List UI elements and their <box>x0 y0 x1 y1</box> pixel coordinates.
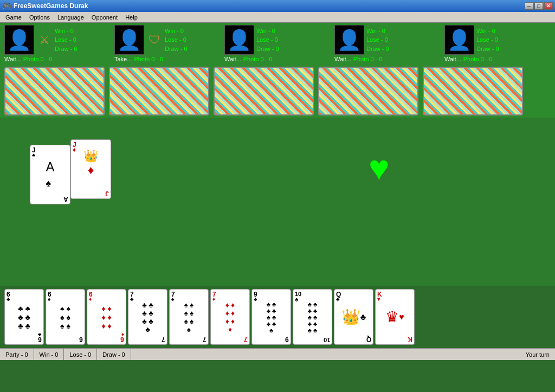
hand-card-7s[interactable]: 7 ♠ ♠ ♠♠ ♠♠ ♠♠ 7 <box>169 289 209 345</box>
player-3-avatar: 👤 <box>224 25 254 55</box>
player-4-photo: Photo 0 - 0 <box>353 56 383 62</box>
player-1-icon: ⚔ <box>36 32 53 48</box>
maximize-button[interactable]: □ <box>534 2 543 10</box>
player-1-win: Win - 0 <box>55 27 78 36</box>
menu-language[interactable]: Language <box>54 13 87 22</box>
player-5-draw: Draw - 0 <box>476 44 499 54</box>
player-4-lose: Lose - 0 <box>366 35 389 44</box>
hand-card-9c[interactable]: 9 ♣ ♣ ♣♣ ♣♣ ♣♣ ♣♣ 9 <box>251 289 291 345</box>
player-5-avatar: 👤 <box>444 25 474 55</box>
player-2-photo: Photo 0 - 0 <box>134 56 163 62</box>
player-4-avatar: 👤 <box>334 25 364 55</box>
player-3-lose: Lose - 0 <box>256 35 279 44</box>
player-1-lose: Lose - 0 <box>55 35 78 44</box>
player-1-avatar: 👤 <box>4 25 34 55</box>
game-area: J ♠ A♠ A J ♦ 👑♦ J ♥ <box>0 118 555 286</box>
player-4-draw: Draw - 0 <box>366 44 389 54</box>
hand-card-10c[interactable]: 10 ♣ ♣ ♣♣ ♣♣ ♣♣ ♣♣ ♣ 10 <box>293 289 332 345</box>
hand-card-7c[interactable]: 7 ♣ ♣ ♣♣ ♣♣ ♣♣ 7 <box>128 289 167 345</box>
hand-card-kh[interactable]: K ♥ ♛♥ K <box>375 289 415 345</box>
menu-game[interactable]: Game <box>2 13 25 22</box>
player-2-stats: Win - 0 Lose - 0 Draw - 0 <box>165 27 188 54</box>
player-2: 👤 🛡 Win - 0 Lose - 0 Draw - 0 Take... Ph… <box>114 25 220 62</box>
deck-3 <box>214 67 314 115</box>
deck-5 <box>423 67 523 115</box>
hand-card-6s[interactable]: 6 ♠ ♠ ♠♠ ♠♠ ♠ 6 <box>46 289 85 345</box>
player-5: 👤 Win - 0 Lose - 0 Draw - 0 Wait... Phot… <box>444 25 550 62</box>
close-button[interactable]: ✕ <box>544 2 553 10</box>
menu-opponent[interactable]: Opponent <box>88 13 121 22</box>
minimize-button[interactable]: ─ <box>525 2 533 10</box>
player-4-win: Win - 0 <box>366 27 389 36</box>
status-turn: Your turn <box>131 349 555 360</box>
player-3: 👤 Win - 0 Lose - 0 Draw - 0 Wait... Phot… <box>224 25 330 62</box>
menu-help[interactable]: Help <box>122 13 141 22</box>
player-5-win: Win - 0 <box>476 27 499 36</box>
hand-card-6c[interactable]: 6 ♣ ♣ ♣♣ ♣♣ ♣ 6 ♣ <box>4 289 44 345</box>
player-3-win: Win - 0 <box>256 27 279 36</box>
status-party: Party - 0 <box>0 349 34 360</box>
player-2-status: Take... <box>114 56 132 62</box>
player-5-lose: Lose - 0 <box>476 35 499 44</box>
player-2-icon: 🛡 <box>146 32 163 48</box>
player-3-draw: Draw - 0 <box>256 44 279 54</box>
player-1-draw: Draw - 0 <box>55 44 78 54</box>
menubar: Game Options Language Opponent Help <box>0 12 555 23</box>
player-1-stats: Win - 0 Lose - 0 Draw - 0 <box>55 27 78 54</box>
hand-card-7d[interactable]: 7 ♦ ♦ ♦♦ ♦♦ ♦♦ 7 <box>210 289 250 345</box>
hand-card-qc[interactable]: Q ♣ 👑♣ Q <box>334 289 373 345</box>
titlebar-left: 🎮 FreeSweetGames Durak <box>2 2 88 10</box>
menu-options[interactable]: Options <box>26 13 53 22</box>
players-area: 👤 ⚔ Win - 0 Lose - 0 Draw - 0 Wait... Ph… <box>0 23 555 65</box>
player-1-status: Wait... <box>4 56 21 62</box>
status-lose: Lose - 0 <box>64 349 97 360</box>
deck-4 <box>318 67 418 115</box>
app-title: FreeSweetGames Durak <box>14 2 88 10</box>
table-cards: J ♠ A♠ A J ♦ 👑♦ J <box>30 139 117 210</box>
player-3-photo: Photo 0 - 0 <box>243 56 273 62</box>
player-2-lose: Lose - 0 <box>165 35 188 44</box>
player-1: 👤 ⚔ Win - 0 Lose - 0 Draw - 0 Wait... Ph… <box>4 25 110 62</box>
player-5-photo: Photo 0 - 0 <box>463 56 493 62</box>
status-draw: Draw - 0 <box>97 349 131 360</box>
trump-heart-icon: ♥ <box>369 150 403 185</box>
card-deck-row <box>0 65 555 118</box>
player-1-photo: Photo 0 - 0 <box>23 56 53 62</box>
deck-1 <box>4 67 105 115</box>
hand-card-6d[interactable]: 6 ♦ ♦ ♦♦ ♦♦ ♦ 6 ♦ <box>87 289 126 345</box>
player-5-status: Wait... <box>444 56 461 62</box>
deck-2 <box>109 67 209 115</box>
player-3-status: Wait... <box>224 56 241 62</box>
titlebar: 🎮 FreeSweetGames Durak ─ □ ✕ <box>0 0 555 12</box>
player-2-avatar: 👤 <box>114 25 144 55</box>
player-3-stats: Win - 0 Lose - 0 Draw - 0 <box>256 27 279 54</box>
player-2-win: Win - 0 <box>165 27 188 36</box>
statusbar: Party - 0 Win - 0 Lose - 0 Draw - 0 Your… <box>0 348 555 360</box>
hand-area: 6 ♣ ♣ ♣♣ ♣♣ ♣ 6 ♣ 6 ♠ ♠ ♠♠ ♠♠ ♠ 6 6 ♦ ♦ … <box>0 286 555 348</box>
player-4: 👤 Win - 0 Lose - 0 Draw - 0 Wait... Phot… <box>334 25 440 62</box>
app-icon: 🎮 <box>2 2 11 10</box>
player-4-stats: Win - 0 Lose - 0 Draw - 0 <box>366 27 389 54</box>
titlebar-controls: ─ □ ✕ <box>525 2 553 10</box>
player-5-stats: Win - 0 Lose - 0 Draw - 0 <box>476 27 499 54</box>
player-4-status: Wait... <box>334 56 351 62</box>
player-2-draw: Draw - 0 <box>165 44 188 54</box>
status-win: Win - 0 <box>34 349 64 360</box>
